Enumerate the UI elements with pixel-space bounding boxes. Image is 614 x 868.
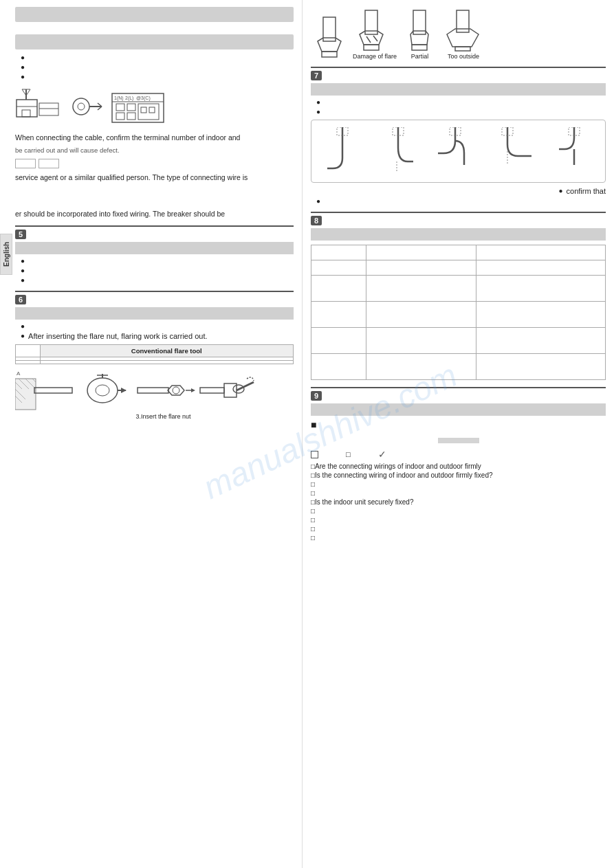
table-8 xyxy=(311,245,606,380)
status-box xyxy=(438,438,479,443)
check-2-text: □Is the connecting wiring of indoor and … xyxy=(311,471,493,479)
flare-conditions-row: Damage of flare Partial Too outside xyxy=(311,7,606,60)
check-6-text: □ xyxy=(311,507,315,515)
sec7-b3: confirm that xyxy=(316,187,606,195)
sec7-b4 xyxy=(316,197,606,205)
right-column: Damage of flare Partial Too outside xyxy=(303,0,614,868)
flare-damage-svg xyxy=(353,7,391,52)
flare-tool-table: Conventional flare tool xyxy=(15,344,294,364)
svg-text:A: A xyxy=(17,370,21,377)
sec5-bullet3 xyxy=(21,276,294,284)
flare-good xyxy=(311,14,349,60)
svg-rect-50 xyxy=(322,52,337,57)
check-item-9: □ xyxy=(311,534,606,542)
check-item-6: □ xyxy=(311,507,606,515)
sec5-bullet1 xyxy=(21,257,294,265)
svg-rect-31 xyxy=(34,388,72,393)
bend3 xyxy=(437,127,474,175)
terminal-panel: 1(N) 2(L) @3(C) xyxy=(111,88,166,126)
svg-rect-22 xyxy=(141,107,146,113)
flare-step-wall: A xyxy=(15,368,74,420)
terminal-boxes xyxy=(15,159,294,168)
flare-partial-svg xyxy=(401,7,439,52)
bend2 xyxy=(382,127,415,175)
sub-header xyxy=(15,34,294,49)
flare-illus-row: A xyxy=(15,368,294,420)
check-item-1: □Are the connecting wirings of indoor an… xyxy=(311,463,606,470)
svg-rect-24 xyxy=(15,379,36,410)
svg-rect-58 xyxy=(412,45,427,50)
svg-line-46 xyxy=(237,382,254,390)
check-item-2: □Is the connecting wiring of indoor and … xyxy=(311,471,606,479)
sec6-bullet1 xyxy=(21,322,294,330)
flare-outside: Too outside xyxy=(443,7,484,60)
cable-note: When connecting the cable, confirm the t… xyxy=(15,133,294,143)
svg-text:2(L): 2(L) xyxy=(125,96,133,101)
check-7-text: □ xyxy=(311,516,315,524)
check-4-text: □ xyxy=(311,489,315,497)
cable-note2: be carried out and will cause defect. xyxy=(15,146,294,155)
sec7-num: 7 xyxy=(311,71,322,80)
flare-step-insert: 3.Insert the flare nut xyxy=(131,368,196,420)
svg-rect-55 xyxy=(364,45,379,50)
confirm-no-check xyxy=(311,451,318,458)
check-1-text: □Are the connecting wirings of indoor an… xyxy=(311,463,481,470)
sec7-b1 xyxy=(316,98,606,106)
check-item-3: □ xyxy=(311,480,606,488)
svg-marker-60 xyxy=(447,29,479,47)
section6-divider: 6 xyxy=(15,291,294,304)
sec6-bullet2: After inserting the flare nut, flaring w… xyxy=(21,332,294,340)
svg-point-34 xyxy=(96,385,109,396)
svg-marker-43 xyxy=(191,388,195,392)
flare-damage: Damage of flare xyxy=(353,7,397,60)
svg-point-7 xyxy=(73,98,89,115)
english-tab: English xyxy=(0,234,12,275)
sec9-b1: ■ xyxy=(311,419,606,432)
tighten-svg xyxy=(199,368,257,413)
svg-text:@3(C): @3(C) xyxy=(136,96,151,101)
insert-label: 3.Insert the flare nut xyxy=(135,413,190,420)
svg-rect-17 xyxy=(127,113,135,120)
installation-diagrams: 1(N) 2(L) @3(C) xyxy=(15,86,294,127)
tool-illus-2 xyxy=(67,89,105,124)
sec5-title xyxy=(30,229,32,240)
bend4 xyxy=(497,127,535,175)
term-box-2 xyxy=(39,159,59,168)
svg-rect-15 xyxy=(127,104,135,111)
svg-rect-5 xyxy=(39,103,58,115)
term-box-1 xyxy=(15,159,36,168)
svg-rect-2 xyxy=(22,110,30,117)
bullet-2 xyxy=(21,63,294,71)
flare-step-tighten xyxy=(199,368,257,420)
svg-point-41 xyxy=(173,387,179,394)
section9-divider: 9 xyxy=(311,387,606,401)
sec9-num: 9 xyxy=(311,391,322,401)
sec5-num: 5 xyxy=(15,230,26,239)
check-item-5: □Is the indoor unit securely fixed? xyxy=(311,498,606,506)
check-item-4: □ xyxy=(311,489,606,497)
flare-good-svg xyxy=(311,14,349,58)
outside-label: Too outside xyxy=(443,53,484,60)
svg-marker-49 xyxy=(318,38,341,52)
svg-rect-16 xyxy=(116,113,124,120)
svg-point-8 xyxy=(78,103,85,110)
svg-rect-44 xyxy=(200,388,224,393)
bullet-3 xyxy=(21,73,294,80)
tool-illus-1 xyxy=(15,86,62,127)
service-note: service agent or a similar qualified per… xyxy=(15,173,294,183)
section5-divider: 5 xyxy=(15,225,294,239)
svg-rect-14 xyxy=(116,104,124,111)
left-column: 1(N) 2(L) @3(C) When connecting the cabl… xyxy=(0,0,303,868)
check-5-text: □Is the indoor unit securely fixed? xyxy=(311,498,413,506)
flare-step-tool xyxy=(76,368,128,420)
sec7-b2 xyxy=(316,108,606,115)
bend5 xyxy=(558,127,591,175)
bend1 xyxy=(326,127,359,175)
svg-rect-23 xyxy=(149,107,155,113)
svg-marker-38 xyxy=(121,388,127,393)
sec5-bullet2 xyxy=(21,267,294,274)
svg-line-54 xyxy=(373,36,377,41)
wall-pipe-svg: A xyxy=(15,368,74,413)
check-item-7: □ xyxy=(311,516,606,524)
check-9-text: □ xyxy=(311,534,315,542)
